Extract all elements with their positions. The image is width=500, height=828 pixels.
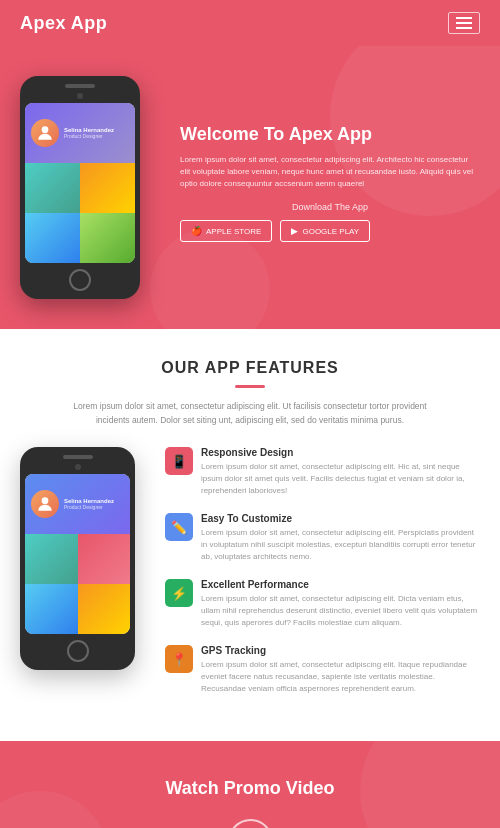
phone-mockup-hero: Selina Hernandez Product Designer (20, 76, 160, 299)
promo-title: Watch Promo Video (165, 778, 334, 799)
performance-icon: ⚡ (171, 586, 187, 601)
google-play-label: GOOGLE PLAY (302, 227, 359, 236)
features-phone-image-2 (78, 534, 131, 584)
responsive-icon: 📱 (171, 454, 187, 469)
feature-text-2: Easy To Customize Lorem ipsum dolor sit … (201, 513, 480, 563)
svg-point-1 (42, 498, 49, 505)
features-phone-home-circle (67, 640, 89, 662)
promo-section: Watch Promo Video (0, 741, 500, 828)
features-title: OUR APP FEATURES (20, 359, 480, 377)
features-phone-user-role: Product Designer (64, 504, 124, 510)
features-list: 📱 Responsive Design Lorem ipsum dolor si… (165, 447, 480, 711)
features-phone-image-4 (78, 584, 131, 634)
features-phone-image-1 (25, 534, 78, 584)
phone-screen: Selina Hernandez Product Designer (25, 103, 135, 263)
feature-desc-4: Lorem ipsum dolor sit amet, consectetur … (201, 659, 480, 695)
feature-item-4: 📍 GPS Tracking Lorem ipsum dolor sit ame… (165, 645, 480, 695)
google-play-button[interactable]: ▶ GOOGLE PLAY (280, 220, 370, 242)
features-phone-user-info: Selina Hernandez Product Designer (64, 498, 124, 510)
feature-icon-gps: 📍 (165, 645, 193, 673)
hamburger-icon (456, 17, 472, 29)
feature-text-3: Excellent Performance Lorem ipsum dolor … (201, 579, 480, 629)
feature-item-2: ✏️ Easy To Customize Lorem ipsum dolor s… (165, 513, 480, 563)
hamburger-button[interactable] (448, 12, 480, 34)
features-description: Lorem ipsum dolor sit amet, consectetur … (60, 400, 440, 427)
phone-mockup-features: Selina Hernandez Product Designer (20, 447, 150, 670)
feature-icon-customize: ✏️ (165, 513, 193, 541)
hero-cta-label: Download The App (180, 202, 480, 212)
hero-section: Selina Hernandez Product Designer (0, 46, 500, 329)
phone-top-bar: Selina Hernandez Product Designer (25, 103, 135, 163)
phone-bottom (25, 269, 135, 291)
phone-user-role: Product Designer (64, 133, 129, 139)
features-section: OUR APP FEATURES Lorem ipsum dolor sit a… (0, 329, 500, 741)
hero-buttons: 🍎 APPLE STORE ▶ GOOGLE PLAY (180, 220, 480, 242)
feature-desc-1: Lorem ipsum dolor sit amet, consectetur … (201, 461, 480, 497)
hero-description: Lorem ipsum dolor sit amet, consectetur … (180, 154, 480, 190)
apple-store-button[interactable]: 🍎 APPLE STORE (180, 220, 272, 242)
phone-avatar (31, 119, 59, 147)
phone-image-4 (80, 213, 135, 263)
features-divider (235, 385, 265, 388)
apple-store-label: APPLE STORE (206, 227, 261, 236)
customize-icon: ✏️ (171, 520, 187, 535)
phone-image-3 (25, 213, 80, 263)
apple-icon: 🍎 (191, 226, 202, 236)
phone-camera (77, 93, 83, 99)
phone-user-info: Selina Hernandez Product Designer (64, 127, 129, 139)
features-phone-image-3 (25, 584, 78, 634)
header: Apex App (0, 0, 500, 46)
feature-desc-3: Lorem ipsum dolor sit amet, consectetur … (201, 593, 480, 629)
phone-image-2 (80, 163, 135, 213)
hero-content: Welcome To Apex App Lorem ipsum dolor si… (180, 123, 480, 242)
feature-item-1: 📱 Responsive Design Lorem ipsum dolor si… (165, 447, 480, 497)
play-video-button[interactable] (228, 819, 273, 828)
features-phone-top-bar: Selina Hernandez Product Designer (25, 474, 130, 534)
feature-icon-responsive: 📱 (165, 447, 193, 475)
feature-desc-2: Lorem ipsum dolor sit amet, consectetur … (201, 527, 480, 563)
features-phone-speaker (63, 455, 93, 459)
features-phone-avatar (31, 490, 59, 518)
svg-point-0 (42, 126, 49, 133)
google-play-icon: ▶ (291, 226, 298, 236)
feature-icon-performance: ⚡ (165, 579, 193, 607)
features-phone-camera (75, 464, 81, 470)
gps-icon: 📍 (171, 652, 187, 667)
feature-text-4: GPS Tracking Lorem ipsum dolor sit amet,… (201, 645, 480, 695)
feature-title-1: Responsive Design (201, 447, 480, 458)
features-header: OUR APP FEATURES Lorem ipsum dolor sit a… (20, 359, 480, 427)
app-title: Apex App (20, 13, 107, 34)
phone-speaker (65, 84, 95, 88)
feature-item-3: ⚡ Excellent Performance Lorem ipsum dolo… (165, 579, 480, 629)
hero-title: Welcome To Apex App (180, 123, 480, 146)
feature-title-3: Excellent Performance (201, 579, 480, 590)
feature-text-1: Responsive Design Lorem ipsum dolor sit … (201, 447, 480, 497)
features-body: Selina Hernandez Product Designer (20, 447, 480, 711)
feature-title-2: Easy To Customize (201, 513, 480, 524)
phone-home-circle (69, 269, 91, 291)
features-phone-bottom (25, 640, 130, 662)
features-phone-screen: Selina Hernandez Product Designer (25, 474, 130, 634)
feature-title-4: GPS Tracking (201, 645, 480, 656)
phone-image-1 (25, 163, 80, 213)
